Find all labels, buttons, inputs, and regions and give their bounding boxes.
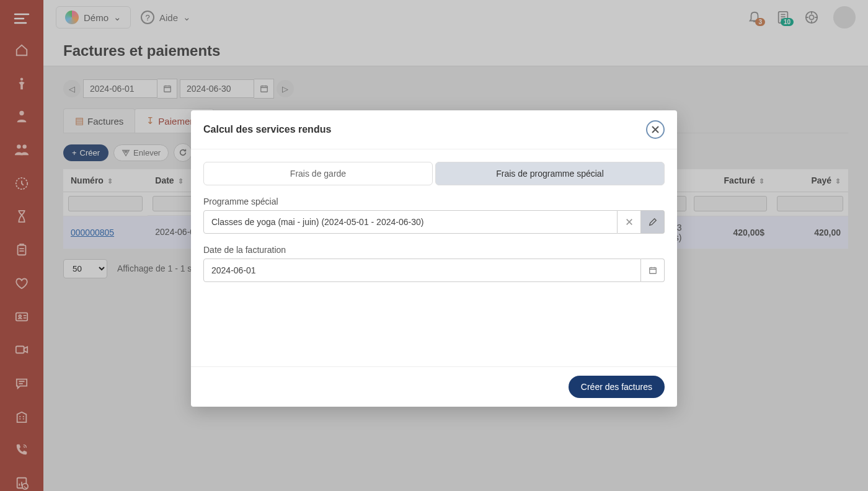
close-button[interactable] [646, 120, 665, 139]
segment-control: Frais de garde Frais de programme spécia… [203, 162, 665, 185]
bill-date-label: Date de la facturation [203, 245, 665, 255]
bill-date-input[interactable] [203, 259, 641, 282]
program-field-group [203, 210, 665, 234]
modal: Calcul des services rendus Frais de gard… [191, 110, 677, 407]
svg-rect-19 [649, 268, 656, 274]
edit-program-button[interactable] [641, 210, 665, 234]
modal-header: Calcul des services rendus [191, 110, 677, 149]
bill-date-field-group [203, 259, 665, 282]
modal-overlay: Calcul des services rendus Frais de gard… [0, 0, 868, 491]
program-input[interactable] [203, 210, 618, 234]
modal-footer: Créer des factures [191, 366, 677, 407]
calendar-button[interactable] [641, 259, 665, 282]
tab-frais-programme[interactable]: Frais de programme spécial [435, 162, 665, 185]
program-label: Programme spécial [203, 197, 665, 206]
modal-body: Frais de garde Frais de programme spécia… [191, 149, 677, 366]
create-invoices-button[interactable]: Créer des factures [569, 376, 665, 398]
modal-title: Calcul des services rendus [203, 124, 331, 135]
clear-program-button[interactable] [618, 210, 641, 234]
tab-frais-garde[interactable]: Frais de garde [203, 162, 433, 185]
